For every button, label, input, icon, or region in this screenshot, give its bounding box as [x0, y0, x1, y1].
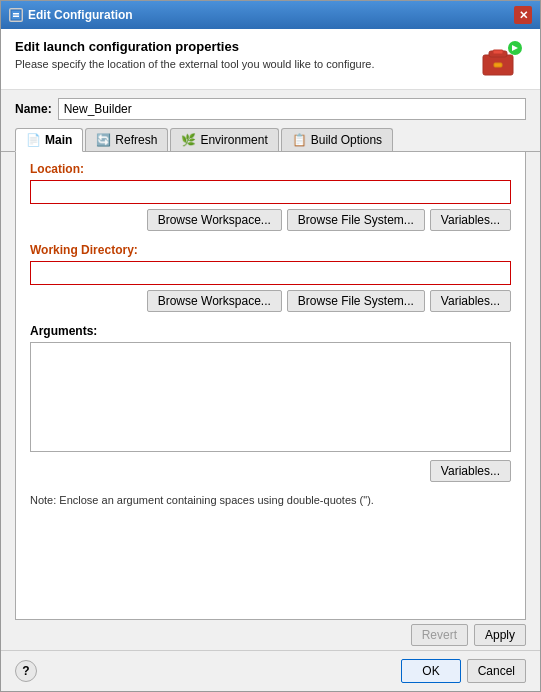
- svg-rect-7: [493, 50, 503, 54]
- name-label: Name:: [15, 102, 52, 116]
- environment-tab-icon: 🌿: [181, 133, 196, 147]
- dialog-icon: [9, 8, 23, 22]
- svg-rect-0: [11, 10, 21, 20]
- build-options-tab-label: Build Options: [311, 133, 382, 147]
- svg-rect-1: [13, 13, 19, 15]
- dialog-window: Edit Configuration ✕ Edit launch configu…: [0, 0, 541, 692]
- ok-button[interactable]: OK: [401, 659, 460, 683]
- refresh-tab-label: Refresh: [115, 133, 157, 147]
- location-browse-workspace-button[interactable]: Browse Workspace...: [147, 209, 282, 231]
- header-section: Edit launch configuration properties Ple…: [1, 29, 540, 90]
- location-input[interactable]: [30, 180, 511, 204]
- header-text: Edit launch configuration properties Ple…: [15, 39, 478, 70]
- note-text: Note: Enclose an argument containing spa…: [30, 494, 511, 506]
- working-directory-input[interactable]: [30, 261, 511, 285]
- workdir-browse-filesystem-button[interactable]: Browse File System...: [287, 290, 425, 312]
- workdir-variables-button[interactable]: Variables...: [430, 290, 511, 312]
- content-area: Location: Browse Workspace... Browse Fil…: [15, 152, 526, 620]
- location-variables-button[interactable]: Variables...: [430, 209, 511, 231]
- tab-environment[interactable]: 🌿 Environment: [170, 128, 278, 151]
- titlebar: Edit Configuration ✕: [1, 1, 540, 29]
- tab-main[interactable]: 📄 Main: [15, 128, 83, 152]
- toolbox-icon: [481, 41, 523, 77]
- arguments-variables-button[interactable]: Variables...: [430, 460, 511, 482]
- header-title: Edit launch configuration properties: [15, 39, 478, 54]
- location-group: Location: Browse Workspace... Browse Fil…: [30, 162, 511, 231]
- tab-build-options[interactable]: 📋 Build Options: [281, 128, 393, 151]
- cancel-button[interactable]: Cancel: [467, 659, 526, 683]
- name-row: Name:: [1, 90, 540, 128]
- name-input[interactable]: [58, 98, 526, 120]
- revert-button[interactable]: Revert: [411, 624, 468, 646]
- svg-rect-2: [13, 16, 19, 18]
- location-browse-filesystem-button[interactable]: Browse File System...: [287, 209, 425, 231]
- header-subtitle: Please specify the location of the exter…: [15, 58, 478, 70]
- svg-rect-8: [494, 63, 502, 67]
- arguments-textarea[interactable]: [30, 342, 511, 452]
- build-options-tab-icon: 📋: [292, 133, 307, 147]
- arguments-label: Arguments:: [30, 324, 511, 338]
- location-label: Location:: [30, 162, 511, 176]
- close-button[interactable]: ✕: [514, 6, 532, 24]
- main-tab-icon: 📄: [26, 133, 41, 147]
- footer-bar: ? OK Cancel: [1, 650, 540, 691]
- workdir-browse-workspace-button[interactable]: Browse Workspace...: [147, 290, 282, 312]
- footer-left: ?: [15, 659, 395, 683]
- environment-tab-label: Environment: [200, 133, 267, 147]
- working-directory-buttons: Browse Workspace... Browse File System..…: [30, 290, 511, 312]
- working-directory-label: Working Directory:: [30, 243, 511, 257]
- tabs-row: 📄 Main 🔄 Refresh 🌿 Environment 📋 Build O…: [1, 128, 540, 152]
- apply-button[interactable]: Apply: [474, 624, 526, 646]
- refresh-tab-icon: 🔄: [96, 133, 111, 147]
- tab-refresh[interactable]: 🔄 Refresh: [85, 128, 168, 151]
- revert-apply-row: Revert Apply: [1, 620, 540, 650]
- arguments-group: Arguments: Variables...: [30, 324, 511, 482]
- arguments-variables-row: Variables...: [30, 460, 511, 482]
- header-icon: [478, 39, 526, 79]
- working-directory-group: Working Directory: Browse Workspace... B…: [30, 243, 511, 312]
- help-button[interactable]: ?: [15, 660, 37, 682]
- main-tab-label: Main: [45, 133, 72, 147]
- titlebar-left: Edit Configuration: [9, 8, 133, 22]
- dialog-title: Edit Configuration: [28, 8, 133, 22]
- location-buttons: Browse Workspace... Browse File System..…: [30, 209, 511, 231]
